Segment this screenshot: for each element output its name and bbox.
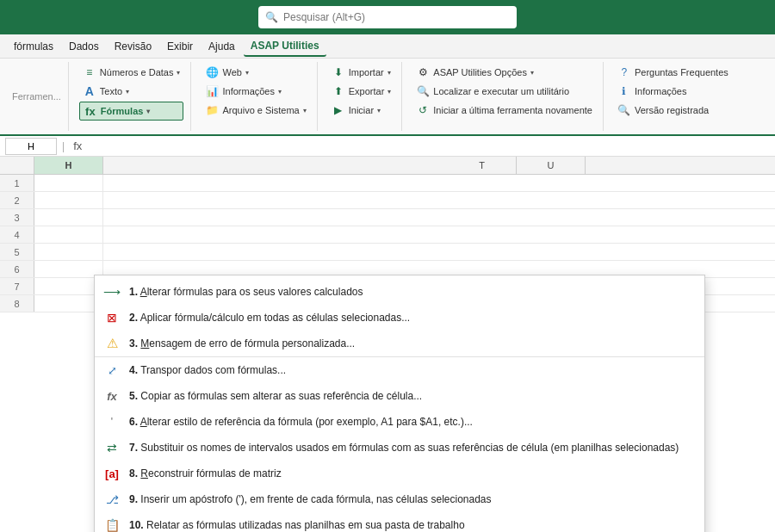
item1-icon: ⟶: [103, 283, 121, 300]
info-buttons: ? Perguntas Frequentes ℹ Informações 🔍 V…: [614, 64, 732, 119]
group-ferramentas-label: Ferramen...: [12, 64, 61, 129]
dropdown-arrow2: ▾: [126, 88, 129, 96]
numeros-datas-icon: ≡: [83, 65, 96, 79]
formula-bar: | fx: [0, 136, 775, 157]
menu-item-10[interactable]: 📋 10. Relatar as fórmulas utilizadas nas…: [95, 512, 704, 532]
grid-cell[interactable]: [34, 226, 103, 243]
dropdown-arrow3: ▾: [146, 108, 150, 115]
search-input[interactable]: [283, 11, 510, 23]
formula-input[interactable]: [89, 138, 770, 155]
item8-icon: [a]: [103, 465, 121, 482]
item10-icon: 📋: [103, 517, 121, 532]
menu-item-6[interactable]: ' 6. Alterar estilo de referência da fór…: [95, 409, 704, 435]
grid-cell[interactable]: [34, 278, 103, 294]
grid-cell[interactable]: [34, 244, 103, 260]
web-buttons: 🌐 Web ▾ 📊 Informações ▾ 📁 Arquivo e Sist…: [202, 64, 309, 119]
menu-item-3[interactable]: ⚠ 3. Mensagem de erro de fórmula persona…: [95, 331, 704, 356]
importar-icon: ⬇: [332, 65, 345, 79]
dropdown-arrow4: ▾: [245, 69, 249, 77]
grid-cell[interactable]: [34, 295, 103, 312]
formulas-icon: fx: [84, 104, 97, 118]
btn-exportar[interactable]: ⬆ Exportar ▾: [328, 83, 395, 100]
menu-item-2[interactable]: ⊠ 2. Aplicar fórmula/cálculo em todas as…: [95, 305, 704, 331]
texto-icon: A: [83, 84, 96, 98]
menu-item-4[interactable]: ⤢ 4. Transpor dados com fórmulas...: [95, 356, 704, 383]
table-row: 3: [0, 209, 775, 226]
name-box[interactable]: [5, 138, 57, 155]
item7-icon: ⇄: [103, 439, 121, 456]
table-row: 5: [0, 244, 775, 261]
web-icon: 🌐: [205, 65, 219, 79]
iniciar-icon: ▶: [332, 103, 345, 117]
btn-texto[interactable]: A Texto ▾: [79, 83, 184, 100]
item3-text: 3. Mensagem de erro de fórmula personali…: [129, 337, 696, 350]
dropdown-arrow7: ▾: [388, 69, 391, 77]
informacoes-icon: 📊: [205, 84, 219, 98]
search-bar: 🔍: [0, 0, 775, 34]
grid-cell[interactable]: [34, 209, 103, 226]
btn-perguntas[interactable]: ? Perguntas Frequentes: [614, 64, 732, 81]
informacoes2-icon: ℹ: [617, 84, 631, 98]
dropdown-arrow5: ▾: [278, 88, 282, 96]
menu-ajuda[interactable]: Ajuda: [202, 37, 242, 56]
menu-item-9[interactable]: ⎇ 9. Inserir um apóstrofo ('), em frente…: [95, 486, 704, 512]
dropdown-arrow6: ▾: [303, 107, 307, 114]
btn-ultima-ferramenta[interactable]: ↺ Iniciar a última ferramenta novamente: [412, 102, 596, 119]
col-header-t: T: [448, 157, 517, 174]
dropdown-arrow10: ▾: [530, 69, 534, 77]
ultima-icon: ↺: [416, 103, 430, 117]
row-num: 6: [0, 261, 34, 277]
menu-exibir[interactable]: Exibir: [160, 37, 200, 56]
menu-item-5[interactable]: fx 5. Copiar as fórmulas sem alterar as …: [95, 383, 704, 409]
row-num: 7: [0, 278, 34, 294]
btn-versao[interactable]: 🔍 Versão registrada: [614, 102, 732, 119]
group-info: ? Perguntas Frequentes ℹ Informações 🔍 V…: [607, 62, 739, 131]
menu-item-7[interactable]: ⇄ 7. Substituir os nomes de intervalos u…: [95, 435, 704, 461]
dropdown-arrow9: ▾: [377, 107, 381, 114]
menu-item-1[interactable]: ⟶ 1. Alterar fórmulas para os seus valor…: [95, 279, 704, 305]
ribbon-menubar: fórmulas Dados Revisão Exibir Ajuda ASAP…: [0, 34, 775, 59]
btn-arquivo[interactable]: 📁 Arquivo e Sistema ▾: [202, 102, 309, 119]
menu-item-8[interactable]: [a] 8. Reconstruir fórmulas de matriz: [95, 461, 704, 486]
row-num: 1: [0, 175, 34, 191]
item10-text: 10. Relatar as fórmulas utilizadas nas p…: [129, 519, 696, 531]
menu-revisao[interactable]: Revisão: [108, 37, 158, 56]
row-num: 2: [0, 192, 34, 208]
asap-opcoes-icon: ⚙: [416, 65, 430, 79]
item1-text: 1. Alterar fórmulas para os seus valores…: [129, 286, 696, 298]
btn-formulas[interactable]: fx Fórmulas ▾: [79, 102, 184, 121]
menu-formulas[interactable]: fórmulas: [7, 37, 60, 56]
group-importar: ⬇ Importar ▾ ⬆ Exportar ▾ ▶ Iniciar ▾: [321, 62, 403, 131]
group-asap: ⚙ ASAP Utilities Opções ▾ 🔍 Localizar e …: [406, 62, 604, 131]
btn-numeros-datas[interactable]: ≡ Números e Datas ▾: [79, 64, 184, 81]
table-row: 1: [0, 175, 775, 192]
grid-cell[interactable]: [34, 261, 103, 277]
table-row: 4: [0, 226, 775, 244]
group-ferramentas: Ferramen...: [5, 62, 69, 131]
col-header-h: H: [34, 157, 103, 174]
btn-informacoes2[interactable]: ℹ Informações: [614, 83, 732, 100]
group-numeros: ≡ Números e Datas ▾ A Texto ▾ fx Fórmula…: [72, 62, 192, 131]
table-row: 2: [0, 192, 775, 209]
numeros-buttons: ≡ Números e Datas ▾ A Texto ▾ fx Fórmula…: [79, 64, 184, 121]
menu-asap[interactable]: ASAP Utilities: [244, 36, 326, 57]
item2-icon: ⊠: [103, 309, 121, 326]
btn-asap-opcoes[interactable]: ⚙ ASAP Utilities Opções ▾: [412, 64, 596, 81]
row-num: 5: [0, 244, 34, 260]
localizar-icon: 🔍: [416, 84, 430, 98]
btn-web[interactable]: 🌐 Web ▾: [202, 64, 309, 81]
btn-informacoes[interactable]: 📊 Informações ▾: [202, 83, 309, 100]
grid-cell[interactable]: [34, 192, 103, 208]
btn-importar[interactable]: ⬇ Importar ▾: [328, 64, 395, 81]
arquivo-icon: 📁: [205, 103, 219, 117]
search-wrapper[interactable]: 🔍: [258, 6, 517, 28]
row-header-corner: [0, 157, 34, 174]
btn-localizar[interactable]: 🔍 Localizar e executar um utilitário: [412, 83, 596, 100]
perguntas-icon: ?: [617, 65, 631, 79]
dropdown-arrow8: ▾: [388, 88, 391, 96]
btn-iniciar[interactable]: ▶ Iniciar ▾: [328, 102, 395, 119]
grid-cell[interactable]: [34, 175, 103, 191]
menu-dados[interactable]: Dados: [62, 37, 106, 56]
item4-icon: ⤢: [103, 362, 121, 379]
item7-text: 7. Substituir os nomes de intervalos usa…: [129, 442, 696, 454]
